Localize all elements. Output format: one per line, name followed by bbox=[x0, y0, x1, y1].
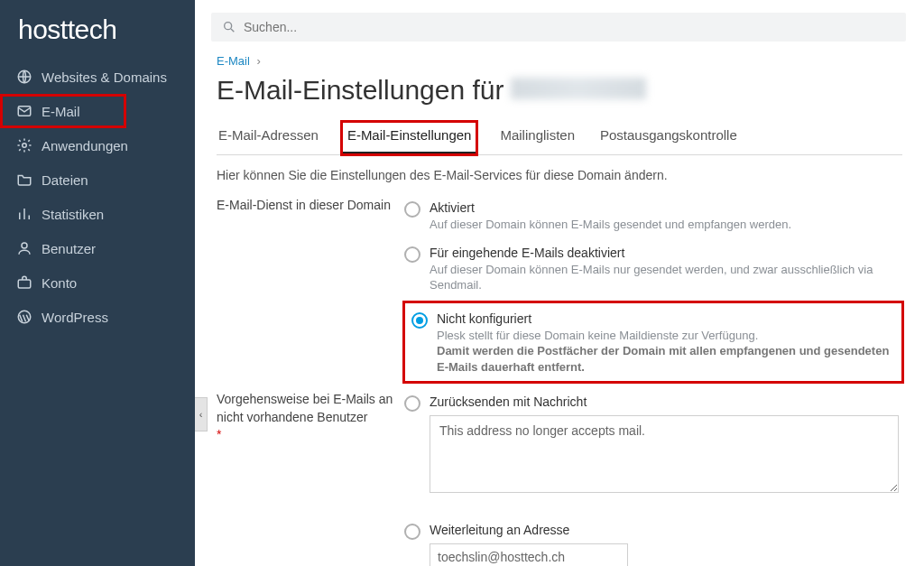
sidebar-item-account[interactable]: Konto bbox=[0, 265, 195, 300]
mail-icon bbox=[16, 103, 32, 119]
tab-email-settings[interactable]: E-Mail-Einstellungen bbox=[342, 122, 477, 154]
user-icon bbox=[16, 240, 32, 256]
bounce-message-textarea[interactable]: This address no longer accepts mail. bbox=[430, 415, 899, 493]
nonexistent-user-label: Vorgehensweise bei E-Mails an nicht vorh… bbox=[217, 391, 404, 566]
radio-option-bounce[interactable]: Zurücksenden mit Nachricht bbox=[404, 391, 902, 415]
radio-icon bbox=[404, 395, 420, 412]
wordpress-icon bbox=[16, 309, 32, 325]
forward-address-input[interactable] bbox=[430, 543, 628, 566]
chart-bar-icon bbox=[16, 206, 32, 222]
required-mark: * bbox=[217, 427, 221, 441]
sidebar-item-statistics[interactable]: Statistiken bbox=[0, 197, 195, 231]
page-title-text: E-Mail-Einstellungen für bbox=[217, 75, 504, 106]
mail-service-row: E-Mail-Dienst in dieser Domain Aktiviert… bbox=[217, 197, 902, 382]
brand-logo: hosttech bbox=[0, 0, 195, 60]
sidebar: hosttech Websites & Domains E-Mail Anwen… bbox=[0, 0, 195, 566]
svg-point-3 bbox=[22, 243, 27, 248]
radio-option-incoming-disabled[interactable]: Für eingehende E-Mails deaktiviert Auf d… bbox=[404, 242, 902, 302]
radio-icon bbox=[404, 201, 420, 218]
topbar bbox=[195, 0, 924, 51]
nonexistent-user-row: Vorgehensweise bei E-Mails an nicht vorh… bbox=[217, 391, 902, 566]
search-icon bbox=[222, 20, 236, 34]
sidebar-nav: Websites & Domains E-Mail Anwendungen Da… bbox=[0, 60, 195, 334]
main-panel: E-Mail › E-Mail-Einstellungen für E-Mail… bbox=[195, 0, 924, 566]
radio-title: Nicht konfiguriert bbox=[437, 311, 895, 326]
sidebar-item-label: Benutzer bbox=[42, 241, 96, 256]
svg-rect-4 bbox=[18, 280, 31, 288]
radio-subtext: Plesk stellt für diese Domain keine Mail… bbox=[437, 328, 895, 376]
radio-title: Zurücksenden mit Nachricht bbox=[430, 394, 902, 409]
gear-icon bbox=[16, 137, 32, 153]
breadcrumb-email-link[interactable]: E-Mail bbox=[217, 54, 250, 68]
sidebar-item-label: Anwendungen bbox=[42, 138, 128, 153]
radio-subtext-line1: Plesk stellt für diese Domain keine Mail… bbox=[437, 329, 758, 342]
page-title: E-Mail-Einstellungen für bbox=[217, 75, 902, 106]
briefcase-icon bbox=[16, 274, 32, 291]
radio-icon bbox=[404, 246, 420, 263]
chevron-left-icon: ‹ bbox=[199, 409, 203, 420]
tab-mailinglists[interactable]: Mailinglisten bbox=[498, 122, 577, 154]
folder-icon bbox=[16, 172, 32, 188]
radio-icon bbox=[411, 312, 428, 329]
radio-subtext: Auf dieser Domain können E-Mails gesende… bbox=[430, 217, 902, 233]
sidebar-item-label: Konto bbox=[42, 275, 77, 291]
sidebar-item-email[interactable]: E-Mail bbox=[0, 94, 126, 128]
globe-icon bbox=[16, 69, 32, 85]
radio-option-activated[interactable]: Aktiviert Auf dieser Domain können E-Mai… bbox=[404, 197, 902, 242]
sidebar-item-files[interactable]: Dateien bbox=[0, 162, 195, 197]
svg-point-6 bbox=[225, 23, 232, 30]
sidebar-item-label: WordPress bbox=[42, 310, 108, 325]
content-area: E-Mail › E-Mail-Einstellungen für E-Mail… bbox=[195, 51, 924, 566]
intro-text: Hier können Sie die Einstellungen des E-… bbox=[217, 168, 902, 182]
highlight-box-unconfigured: Nicht konfiguriert Plesk stellt für dies… bbox=[404, 302, 902, 383]
search-input[interactable] bbox=[244, 20, 895, 34]
radio-option-unconfigured[interactable]: Nicht konfiguriert Plesk stellt für dies… bbox=[411, 308, 895, 379]
label-text: Vorgehensweise bei E-Mails an nicht vorh… bbox=[217, 392, 393, 424]
breadcrumb: E-Mail › bbox=[217, 54, 902, 68]
tabs: E-Mail-Adressen E-Mail-Einstellungen Mai… bbox=[217, 122, 902, 155]
radio-option-forward[interactable]: Weiterleitung an Adresse bbox=[404, 519, 902, 542]
sidebar-item-label: Statistiken bbox=[42, 207, 104, 222]
sidebar-item-label: E-Mail bbox=[42, 104, 80, 119]
radio-title: Für eingehende E-Mails deaktiviert bbox=[430, 246, 902, 260]
radio-title: Weiterleitung an Adresse bbox=[430, 523, 902, 537]
sidebar-item-label: Dateien bbox=[42, 172, 88, 188]
radio-icon bbox=[404, 524, 420, 540]
mail-service-label: E-Mail-Dienst in dieser Domain bbox=[217, 197, 404, 382]
sidebar-collapse-toggle[interactable]: ‹ bbox=[195, 397, 208, 431]
tab-email-addresses[interactable]: E-Mail-Adressen bbox=[217, 122, 320, 154]
tab-outgoing-control[interactable]: Postausgangskontrolle bbox=[598, 122, 739, 154]
sidebar-item-websites-domains[interactable]: Websites & Domains bbox=[0, 60, 195, 94]
svg-point-2 bbox=[23, 144, 27, 148]
sidebar-item-wordpress[interactable]: WordPress bbox=[0, 300, 195, 334]
radio-subtext: Auf dieser Domain können E-Mails nur ges… bbox=[430, 262, 902, 293]
sidebar-item-label: Websites & Domains bbox=[42, 70, 167, 85]
sidebar-item-users[interactable]: Benutzer bbox=[0, 231, 195, 265]
radio-subtext-line2: Damit werden die Postfächer der Domain m… bbox=[437, 344, 889, 374]
chevron-right-icon: › bbox=[256, 54, 260, 68]
sidebar-item-applications[interactable]: Anwendungen bbox=[0, 128, 195, 162]
radio-title: Aktiviert bbox=[430, 200, 902, 215]
search-box[interactable] bbox=[211, 13, 906, 42]
domain-name-redacted bbox=[511, 78, 646, 99]
